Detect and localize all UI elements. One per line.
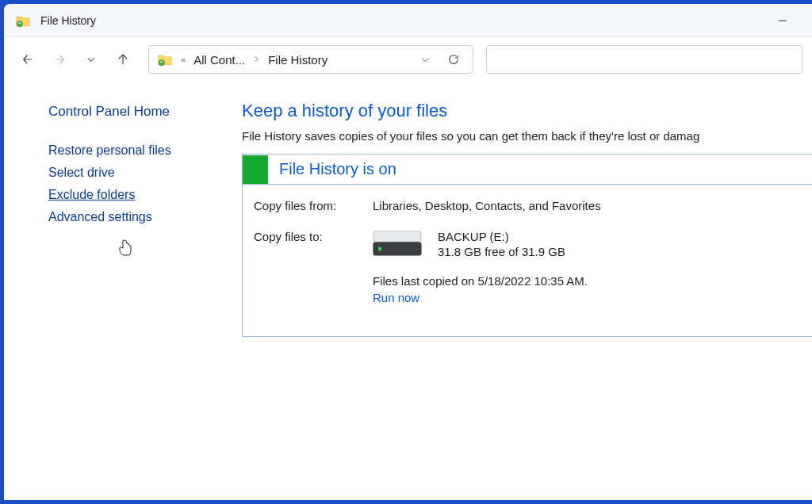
address-dropdown[interactable] xyxy=(414,48,436,71)
window-controls xyxy=(764,4,801,36)
run-now-link[interactable]: Run now xyxy=(373,291,419,304)
breadcrumb-1[interactable]: All Cont... xyxy=(193,53,245,67)
drive-free: 31.8 GB free of 31.9 GB xyxy=(438,245,565,258)
minimize-button[interactable] xyxy=(764,4,801,36)
back-button[interactable] xyxy=(13,45,42,74)
svg-point-2 xyxy=(159,59,165,66)
status-header: File History is on xyxy=(243,155,812,185)
sidebar-exclude-folders[interactable]: Exclude folders xyxy=(48,188,242,202)
breadcrumb-2[interactable]: File History xyxy=(268,53,327,67)
last-copied: Files last copied on 5/18/2022 10:35 AM. xyxy=(373,274,812,288)
copy-from-label: Copy files from: xyxy=(254,199,373,212)
sidebar-restore[interactable]: Restore personal files xyxy=(48,143,242,158)
svg-rect-3 xyxy=(373,231,421,242)
drive-icon xyxy=(373,230,422,258)
address-bar[interactable]: « All Cont... File History xyxy=(148,45,473,74)
navbar: « All Cont... File History xyxy=(4,37,812,82)
copy-from-row: Copy files from: Libraries, Desktop, Con… xyxy=(254,199,812,212)
up-button[interactable] xyxy=(109,45,137,74)
chevron-right-icon xyxy=(251,55,262,64)
copy-to-value: BACKUP (E:) 31.8 GB free of 31.9 GB File… xyxy=(373,230,812,304)
sidebar-select-drive[interactable]: Select drive xyxy=(48,166,242,180)
cursor-icon xyxy=(117,239,133,257)
content: Control Panel Home Restore personal file… xyxy=(4,82,812,500)
panel-body: Copy files from: Libraries, Desktop, Con… xyxy=(243,185,812,336)
sidebar: Control Panel Home Restore personal file… xyxy=(4,82,242,500)
sidebar-advanced[interactable]: Advanced settings xyxy=(48,210,242,224)
status-panel: File History is on Copy files from: Libr… xyxy=(242,154,812,337)
page-heading: Keep a history of your files xyxy=(242,101,812,121)
sidebar-home[interactable]: Control Panel Home xyxy=(48,104,242,120)
forward-button[interactable] xyxy=(45,45,74,74)
svg-point-0 xyxy=(17,21,22,26)
refresh-button[interactable] xyxy=(442,48,465,71)
page-lead: File History saves copies of your files … xyxy=(242,129,812,143)
recent-dropdown[interactable] xyxy=(77,45,105,74)
chevron-left-icon: « xyxy=(179,55,187,64)
app-icon xyxy=(15,13,31,29)
status-text: File History is on xyxy=(279,160,396,178)
copy-from-value: Libraries, Desktop, Contacts, and Favori… xyxy=(373,199,812,212)
search-input[interactable] xyxy=(486,45,802,74)
status-indicator-icon xyxy=(243,155,268,184)
svg-point-5 xyxy=(378,247,381,250)
address-icon xyxy=(157,52,173,67)
titlebar: File History xyxy=(4,4,812,37)
window-title: File History xyxy=(40,14,764,27)
main-panel: Keep a history of your files File Histor… xyxy=(242,82,812,500)
drive-name: BACKUP (E:) xyxy=(438,230,565,243)
copy-to-label: Copy files to: xyxy=(254,230,373,304)
copy-to-row: Copy files to: xyxy=(254,230,812,304)
